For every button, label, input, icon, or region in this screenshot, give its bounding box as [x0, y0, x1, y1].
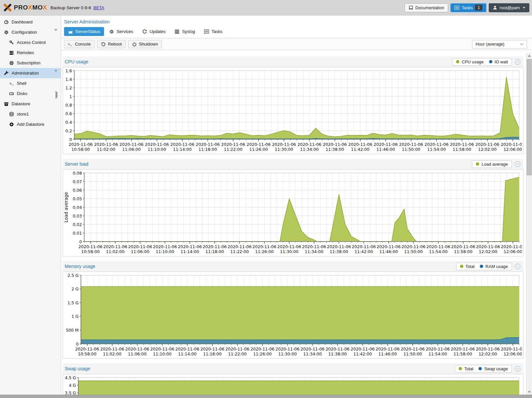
svg-text:2020-11-06: 2020-11-06	[228, 244, 252, 249]
svg-text:2020-11-06: 2020-11-06	[247, 142, 271, 147]
svg-text:2020-11-06: 2020-11-06	[100, 347, 124, 351]
svg-text:11:06:00: 11:06:00	[128, 351, 147, 356]
svg-text:11:26:00: 11:26:00	[253, 351, 272, 356]
svg-text:2020-11-06: 2020-11-06	[501, 347, 522, 351]
collapse-panel-icon[interactable]	[514, 366, 521, 372]
svg-text:2020-11-06: 2020-11-06	[476, 244, 500, 249]
sidebar-item-access-control[interactable]: Access Control	[0, 37, 61, 48]
expand-caret-icon[interactable]	[55, 92, 57, 97]
toolbar: >_ Console Reboot Shutdown Hour (average…	[61, 38, 532, 50]
collapse-panel-icon[interactable]	[514, 263, 521, 270]
vertical-scrollbar[interactable]	[526, 53, 532, 395]
sidebar-item-remotes[interactable]: Remotes	[0, 48, 61, 58]
svg-text:Load average: Load average	[63, 192, 69, 222]
svg-text:0.6: 0.6	[65, 111, 72, 116]
tasks-button[interactable]: Tasks 1	[450, 3, 486, 12]
svg-text:2020-11-06: 2020-11-06	[150, 347, 174, 351]
svg-text:11:58:00: 11:58:00	[453, 147, 471, 152]
time-range-select[interactable]: Hour (average)	[472, 40, 527, 49]
page-title: Server Administration	[61, 16, 532, 26]
sidebar-item-subscription[interactable]: Subscription	[0, 58, 61, 68]
svg-text:0.07: 0.07	[73, 179, 82, 184]
svg-text:0.08: 0.08	[73, 171, 82, 176]
tab-serverstatus[interactable]: ServerStatus	[64, 27, 104, 36]
svg-text:1.4: 1.4	[65, 77, 72, 82]
svg-text:2020-11-06: 2020-11-06	[226, 347, 250, 351]
svg-text:12:06:00: 12:06:00	[504, 147, 522, 152]
legend-dot	[459, 367, 462, 370]
svg-text:11:42:00: 11:42:00	[355, 249, 373, 254]
svg-text:11:14:00: 11:14:00	[181, 249, 199, 254]
svg-text:12:06:00: 12:06:00	[504, 249, 522, 254]
sidebar-item-configuration[interactable]: Configuration	[0, 27, 61, 37]
svg-text:10:58:00: 10:58:00	[81, 249, 100, 254]
scrollbar-thumb[interactable]	[527, 59, 532, 175]
tab-services[interactable]: Services	[105, 27, 137, 36]
svg-text:11:46:00: 11:46:00	[379, 249, 398, 254]
sidebar-item-add-datastore[interactable]: Add Datastore	[0, 119, 61, 129]
sidebar-item-dashboard[interactable]: Dashboard	[0, 17, 61, 27]
documentation-button[interactable]: Documentation	[405, 3, 448, 12]
reboot-button[interactable]: Reboot	[97, 40, 126, 48]
svg-text:2020-11-06: 2020-11-06	[125, 347, 149, 351]
sidebar-item-datastore[interactable]: Datastore	[0, 99, 61, 109]
svg-text:2020-11-06: 2020-11-06	[120, 142, 144, 147]
svg-text:2020-11-06: 2020-11-06	[250, 347, 274, 351]
svg-text:11:18:00: 11:18:00	[205, 249, 224, 254]
sidebar-item-administration[interactable]: Administration	[0, 68, 61, 78]
svg-text:0.02: 0.02	[73, 222, 82, 227]
svg-text:11:10:00: 11:10:00	[148, 147, 166, 152]
legend-dot	[480, 265, 483, 268]
collapse-panel-icon[interactable]	[514, 161, 521, 167]
svg-text:11:06:00: 11:06:00	[131, 249, 149, 254]
svg-text:11:22:00: 11:22:00	[228, 351, 247, 356]
shutdown-button[interactable]: Shutdown	[128, 40, 162, 48]
svg-text:0.01: 0.01	[73, 231, 82, 236]
scroll-up-arrow-icon[interactable]	[526, 53, 532, 58]
svg-text:2020-11-06: 2020-11-06	[348, 142, 372, 147]
svg-text:2020-11-06: 2020-11-06	[374, 142, 398, 147]
console-button[interactable]: >_ Console	[64, 40, 95, 48]
svg-text:2020-11-06: 2020-11-06	[501, 244, 522, 249]
svg-text:2020-11-06: 2020-11-06	[252, 244, 276, 249]
svg-text:4 G: 4 G	[69, 383, 76, 388]
svg-text:1: 1	[69, 94, 72, 99]
product-version: Backup Server 0.9-6	[51, 5, 91, 10]
tab-tasks[interactable]: Tasks	[200, 27, 226, 36]
svg-text:2020-11-06: 2020-11-06	[103, 244, 127, 249]
svg-text:2.5 G: 2.5 G	[67, 273, 79, 278]
svg-text:2020-11-06: 2020-11-06	[302, 244, 326, 249]
memory-legend: Total RAM usage	[456, 263, 512, 270]
memory-usage-panel: Memory usage Total RAM usage 0500 M1 G1.…	[63, 261, 523, 359]
svg-text:0.8: 0.8	[65, 103, 72, 108]
book-icon	[408, 5, 413, 10]
svg-text:2020-11-06: 2020-11-06	[196, 142, 220, 147]
svg-text:11:02:00: 11:02:00	[106, 249, 124, 254]
tab-updates[interactable]: Updates	[138, 27, 169, 36]
svg-text:10:58:00: 10:58:00	[78, 351, 96, 356]
cpu-usage-chart: 00.20.40.60.811.21.41.62020-11-0610:58:0…	[63, 67, 522, 154]
load-legend: Load average	[472, 160, 512, 168]
svg-text:11:14:00: 11:14:00	[173, 147, 192, 152]
beta-link[interactable]: BETA	[93, 5, 104, 10]
collapse-caret-icon[interactable]	[54, 72, 57, 77]
sidebar-item-store1[interactable]: store1	[0, 109, 61, 119]
tab-syslog[interactable]: Syslog	[171, 27, 199, 36]
collapse-panel-icon[interactable]	[514, 59, 521, 65]
tasks-count-badge: 1	[475, 5, 482, 11]
svg-text:2020-11-06: 2020-11-06	[94, 142, 118, 147]
sidebar-item-disks[interactable]: Disks	[0, 88, 61, 99]
svg-text:12:02:00: 12:02:00	[479, 249, 497, 254]
svg-text:12:06:00: 12:06:00	[504, 351, 522, 356]
svg-text:2020-11-06: 2020-11-06	[200, 347, 225, 351]
task-list-icon	[204, 29, 209, 34]
scroll-down-arrow-icon[interactable]	[526, 389, 532, 395]
legend-dot	[489, 60, 492, 63]
sidebar-item-shell[interactable]: >_ Shell	[0, 78, 61, 88]
svg-text:2020-11-06: 2020-11-06	[501, 142, 522, 147]
server-load-panel: Server load Load average 00.010.020.030.…	[63, 159, 523, 256]
collapse-caret-icon[interactable]	[54, 31, 57, 36]
user-menu-button[interactable]: root@pam	[489, 3, 529, 12]
svg-text:2020-11-06: 2020-11-06	[275, 347, 300, 351]
svg-text:2020-11-06: 2020-11-06	[175, 347, 199, 351]
